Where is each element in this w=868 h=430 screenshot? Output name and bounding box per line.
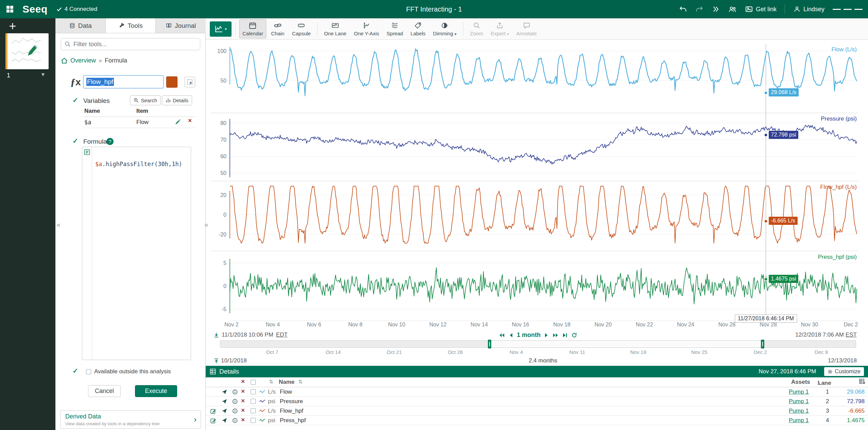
name-column-header[interactable]: Name: [279, 379, 294, 386]
send-icon[interactable]: [222, 418, 227, 423]
scrubber-handle-right[interactable]: [761, 340, 764, 348]
apps-grid-icon[interactable]: [6, 5, 14, 13]
get-link-button[interactable]: Get link: [745, 5, 777, 13]
toolbar-one-lane[interactable]: One Lane: [321, 19, 349, 38]
filter-tools-input[interactable]: [73, 41, 197, 48]
remove-icon[interactable]: ×: [241, 388, 245, 395]
row-checkbox[interactable]: [251, 389, 256, 394]
step-back-fast-button[interactable]: [499, 333, 505, 338]
info-icon[interactable]: [232, 399, 238, 404]
asset-link[interactable]: Pump 1: [789, 398, 809, 405]
send-icon[interactable]: [222, 389, 227, 395]
formula-editor[interactable]: $a.highPassFilter(30h,1h): [82, 147, 191, 360]
remove-icon[interactable]: ×: [241, 407, 245, 414]
connection-status[interactable]: 4 Connected: [56, 6, 97, 13]
select-all-checkbox[interactable]: [251, 380, 256, 385]
worksheet-thumbnail[interactable]: [5, 33, 49, 69]
user-menu[interactable]: Lindsey: [793, 5, 824, 13]
function-list-icon[interactable]: [84, 149, 90, 155]
row-checkbox[interactable]: [251, 399, 256, 404]
divider: [785, 4, 785, 14]
remove-all-icon[interactable]: ×: [241, 378, 245, 385]
add-column-icon[interactable]: [859, 379, 865, 384]
sort-icon[interactable]: ⇅: [269, 379, 273, 385]
remove-variable-icon[interactable]: ×: [188, 117, 192, 124]
redo-button[interactable]: [695, 5, 703, 13]
remove-icon[interactable]: ×: [241, 416, 245, 424]
toolbar-capsule[interactable]: Capsule: [289, 19, 313, 38]
divider: [317, 22, 318, 36]
lane-label-flow-hpf[interactable]: Flow_hpf (L/s): [820, 184, 857, 191]
send-icon[interactable]: [222, 399, 227, 404]
toolbar-dimming[interactable]: Dimming ▾: [430, 19, 459, 38]
variables-search-button[interactable]: Search: [130, 95, 161, 105]
tab-tools[interactable]: Tools: [106, 18, 156, 33]
asset-link[interactable]: Pump 1: [789, 408, 809, 414]
step-back-button[interactable]: [509, 333, 513, 338]
hamburger-menu-icon[interactable]: [833, 7, 863, 11]
edit-variable-icon[interactable]: [175, 119, 181, 125]
collapse-worksheet-panel-button[interactable]: «: [56, 220, 61, 229]
toolbar-one-y-axis[interactable]: One Y-Axis: [351, 19, 382, 38]
signal-name[interactable]: Flow_hpf: [280, 408, 303, 414]
refresh-button[interactable]: [572, 333, 577, 338]
filter-tools-search[interactable]: [61, 38, 200, 50]
scrubber-selection[interactable]: [490, 340, 763, 348]
edit-formula-icon[interactable]: [210, 418, 216, 424]
breadcrumb-overview-link[interactable]: Overview: [70, 57, 96, 64]
step-forward-fast-button[interactable]: [552, 333, 559, 338]
step-to-end-button[interactable]: [563, 333, 567, 338]
lane-label-flow[interactable]: Flow (L/s): [831, 46, 857, 53]
info-icon[interactable]: [232, 418, 238, 423]
variables-details-button[interactable]: Details: [162, 95, 192, 105]
timezone-link[interactable]: EDT: [276, 332, 288, 338]
duration-label[interactable]: 1 month: [517, 332, 541, 339]
timezone-link[interactable]: EST: [846, 332, 857, 338]
toolbar-export[interactable]: Export ▾: [488, 19, 512, 38]
cancel-button[interactable]: Cancel: [88, 385, 121, 397]
view-selector-button[interactable]: ▾: [210, 21, 232, 37]
info-icon[interactable]: [232, 389, 238, 395]
step-forward-button[interactable]: [545, 333, 548, 338]
available-checkbox[interactable]: [86, 369, 91, 374]
remove-icon[interactable]: ×: [241, 397, 245, 405]
color-swatch-button[interactable]: [166, 76, 177, 88]
signal-name[interactable]: Pressure: [280, 398, 303, 405]
lane-label-press-hpf[interactable]: Press_hpf (psi): [818, 254, 857, 261]
tab-data[interactable]: Data: [55, 18, 106, 33]
present-forward-icon[interactable]: [712, 5, 720, 13]
toolbar-zoom[interactable]: Zoom: [467, 19, 486, 38]
formula-name-input[interactable]: Flow_hpf: [83, 75, 164, 88]
new-worksheet-button[interactable]: [9, 22, 16, 30]
assets-column-header[interactable]: Assets: [791, 379, 810, 386]
signal-name[interactable]: Flow: [280, 389, 292, 395]
scrubber-handle-left[interactable]: [488, 340, 491, 348]
derived-data-section[interactable]: Derived Data View data created by tools …: [60, 410, 201, 429]
home-icon[interactable]: [61, 57, 68, 64]
trend-chart[interactable]: 1005080706050200-2050-5: [211, 44, 858, 321]
signal-name[interactable]: Press_hpf: [280, 417, 306, 424]
toolbar-labels[interactable]: Labels: [408, 19, 428, 38]
execute-button[interactable]: Execute: [135, 385, 177, 397]
help-icon[interactable]: ?: [106, 138, 114, 145]
send-icon[interactable]: [222, 408, 227, 414]
users-icon[interactable]: [728, 5, 737, 13]
tab-journal[interactable]: Journal: [156, 18, 206, 33]
toolbar-spread[interactable]: Spread: [384, 19, 406, 38]
edit-formula-icon[interactable]: [210, 408, 216, 414]
asset-link[interactable]: Pump 1: [789, 417, 809, 424]
sort-icon[interactable]: ⇅: [298, 379, 303, 385]
info-icon[interactable]: [232, 408, 238, 414]
undo-button[interactable]: [679, 5, 687, 13]
customize-button[interactable]: Customize: [824, 367, 864, 376]
row-checkbox[interactable]: [251, 418, 256, 423]
asset-link[interactable]: Pump 1: [789, 389, 809, 395]
collapse-tools-panel-button[interactable]: «: [204, 220, 209, 229]
toolbar-calendar[interactable]: Calendar: [239, 19, 266, 38]
worksheet-caret-icon[interactable]: ▾: [41, 71, 45, 78]
toolbar-chain[interactable]: Chain: [268, 19, 287, 38]
item-picker-button[interactable]: [185, 77, 195, 87]
toolbar-annotate[interactable]: Annotate: [514, 19, 540, 38]
lane-label-pressure[interactable]: Pressure (psi): [821, 115, 857, 122]
row-checkbox[interactable]: [251, 408, 256, 413]
